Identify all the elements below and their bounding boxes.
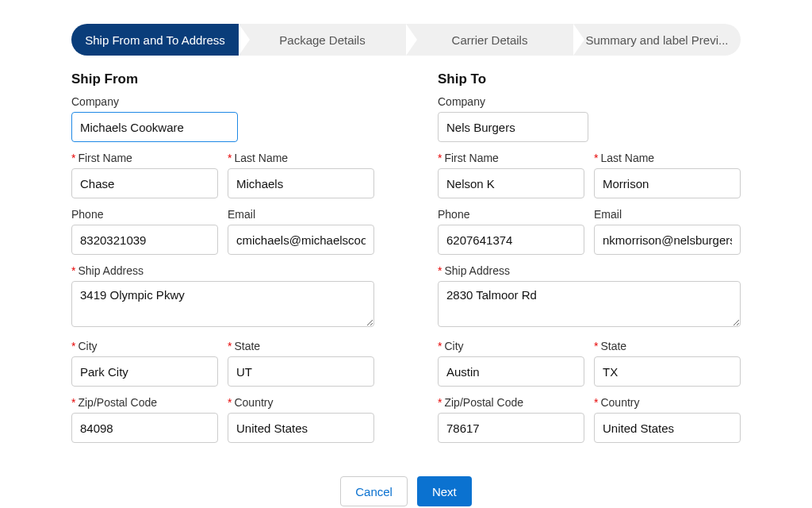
ship-to-phone-input[interactable] xyxy=(438,225,584,255)
email-label: Email xyxy=(228,208,374,221)
zip-label: *Zip/Postal Code xyxy=(71,396,218,409)
address-label: *Ship Address xyxy=(438,264,741,277)
ship-to-state-input[interactable] xyxy=(594,356,741,387)
step-ship-address[interactable]: Ship From and To Address xyxy=(71,24,239,56)
ship-to-last-name-input[interactable] xyxy=(594,168,741,198)
ship-from-column: Ship From Company *First Name *Last Name… xyxy=(71,71,374,452)
ship-from-last-name-input[interactable] xyxy=(228,168,374,198)
phone-label: Phone xyxy=(438,208,584,221)
ship-to-zip-input[interactable] xyxy=(438,413,584,443)
zip-label: *Zip/Postal Code xyxy=(438,396,584,409)
address-form: Ship From Company *First Name *Last Name… xyxy=(71,71,741,452)
ship-from-country-input[interactable] xyxy=(228,413,374,443)
address-label: *Ship Address xyxy=(71,264,374,277)
footer-actions: Cancel Next xyxy=(71,476,741,506)
progress-stepper: Ship From and To Address Package Details… xyxy=(71,24,741,56)
ship-from-zip-input[interactable] xyxy=(71,413,218,443)
cancel-button[interactable]: Cancel xyxy=(340,476,408,506)
ship-from-title: Ship From xyxy=(71,71,374,87)
city-label: *City xyxy=(438,340,584,352)
ship-from-email-input[interactable] xyxy=(228,225,374,255)
ship-to-city-input[interactable] xyxy=(438,356,584,387)
phone-label: Phone xyxy=(71,208,218,221)
ship-from-phone-input[interactable] xyxy=(71,225,218,255)
last-name-label: *Last Name xyxy=(594,152,741,164)
ship-to-company-input[interactable] xyxy=(438,112,588,142)
ship-to-email-input[interactable] xyxy=(594,225,741,255)
company-label: Company xyxy=(438,95,741,108)
ship-from-city-input[interactable] xyxy=(71,356,218,387)
email-label: Email xyxy=(594,208,741,221)
ship-to-column: Ship To Company *First Name *Last Name P… xyxy=(438,71,741,452)
ship-from-state-input[interactable] xyxy=(228,356,374,387)
step-package-details[interactable]: Package Details xyxy=(239,24,406,56)
ship-to-first-name-input[interactable] xyxy=(438,168,584,198)
city-label: *City xyxy=(71,340,218,352)
country-label: *Country xyxy=(594,396,741,409)
ship-from-company-input[interactable] xyxy=(71,112,238,142)
company-label: Company xyxy=(71,95,374,108)
step-summary-preview[interactable]: Summary and label Previ... xyxy=(573,24,741,56)
next-button[interactable]: Next xyxy=(417,476,472,506)
ship-from-address-input[interactable] xyxy=(71,281,374,327)
first-name-label: *First Name xyxy=(71,152,218,164)
state-label: *State xyxy=(228,340,374,352)
state-label: *State xyxy=(594,340,741,352)
ship-from-first-name-input[interactable] xyxy=(71,168,218,198)
ship-to-title: Ship To xyxy=(438,71,741,87)
first-name-label: *First Name xyxy=(438,152,584,164)
step-carrier-details[interactable]: Carrier Details xyxy=(406,24,573,56)
ship-to-country-input[interactable] xyxy=(594,413,741,443)
country-label: *Country xyxy=(228,396,374,409)
ship-to-address-input[interactable] xyxy=(438,281,741,327)
last-name-label: *Last Name xyxy=(228,152,374,164)
